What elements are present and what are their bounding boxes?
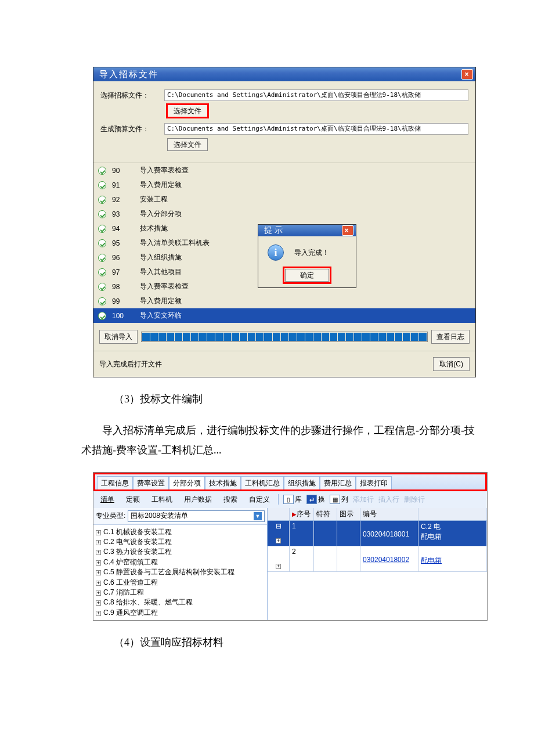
- check-icon: [98, 196, 106, 204]
- view-log-button[interactable]: 查看日志: [431, 330, 470, 344]
- paragraph-text: 导入招标清单完成后，进行编制投标文件的步骤进行操作，工程信息-分部分项-技术措施…: [81, 420, 476, 460]
- column-icon[interactable]: ▦: [330, 495, 340, 504]
- item-name-link[interactable]: 配电箱: [421, 556, 442, 564]
- progress-bar: [141, 332, 428, 342]
- grid-row[interactable]: + 2 030204018002 配电箱: [268, 546, 487, 572]
- main-tabs: 工程信息 费率设置 分部分项 技术措施 工料机汇总 组织措施 费用汇总 报表打印: [93, 473, 487, 491]
- lib-icon[interactable]: ▯: [283, 495, 294, 504]
- item-number-link[interactable]: 030204018002: [363, 556, 409, 564]
- category-tree[interactable]: +C.1 机械设备安装工程 +C.2 电气设备安装工程 +C.3 热力设备安装工…: [93, 525, 267, 621]
- choose-file-button-1[interactable]: 选择文件: [167, 105, 208, 117]
- tip-ok-button[interactable]: 确定: [285, 269, 329, 282]
- expand-icon[interactable]: +: [96, 560, 101, 566]
- tip-titlebar[interactable]: 提示 ×: [258, 225, 356, 236]
- tab-tech-measure[interactable]: 技术措施: [205, 476, 241, 490]
- grid-header: ▶序号 特符 图示 编号: [268, 508, 487, 521]
- import-dialog: 导入招标文件 × 选择招标文件： C:\Documents and Settin…: [93, 67, 476, 377]
- expand-icon[interactable]: +: [96, 611, 101, 616]
- grid-row-selected[interactable]: ⊟+ 1 030204018001 C.2 电配电箱: [268, 521, 487, 546]
- check-icon: [98, 297, 106, 305]
- tab-rate-setting[interactable]: 费率设置: [133, 476, 169, 490]
- check-icon: [98, 239, 106, 247]
- tip-message: 导入完成！: [294, 248, 329, 258]
- check-icon: [98, 210, 106, 218]
- dialog-titlebar[interactable]: 导入招标文件 ×: [93, 67, 475, 81]
- close-icon[interactable]: ×: [461, 69, 473, 80]
- expand-icon[interactable]: +: [96, 600, 101, 606]
- check-icon: [98, 283, 106, 291]
- check-icon: [98, 254, 106, 262]
- type-select[interactable]: 国标2008安装清单 ▼: [128, 510, 265, 522]
- expand-icon[interactable]: +: [96, 530, 101, 535]
- gen-file-label: 生成预算文件：: [100, 124, 164, 134]
- info-icon: i: [268, 244, 284, 261]
- expand-icon[interactable]: +: [276, 538, 281, 543]
- expand-icon[interactable]: +: [96, 570, 101, 575]
- expand-icon[interactable]: +: [96, 550, 101, 555]
- type-label: 专业类型:: [96, 511, 125, 521]
- subtab-userdata[interactable]: 用户数据: [181, 494, 215, 506]
- tip-close-icon[interactable]: ×: [342, 225, 353, 236]
- cancel-import-button[interactable]: 取消导入: [99, 330, 138, 344]
- section-heading-3: （3）投标文件编制: [93, 389, 464, 409]
- select-file-path[interactable]: C:\Documents and Settings\Administrator\…: [164, 89, 468, 101]
- choose-file-button-2[interactable]: 选择文件: [167, 138, 208, 151]
- section-heading-4: （4）设置响应招标材料: [93, 632, 464, 652]
- swap-icon[interactable]: ⇄: [306, 495, 317, 504]
- check-icon: [98, 167, 106, 175]
- divider: [278, 494, 279, 505]
- expand-icon[interactable]: +: [96, 591, 101, 596]
- chevron-down-icon[interactable]: ▼: [254, 512, 262, 520]
- subtab-search[interactable]: 搜索: [220, 494, 241, 506]
- check-icon: [98, 312, 106, 320]
- check-icon: [98, 181, 106, 189]
- expand-icon[interactable]: +: [276, 564, 281, 569]
- open-after-label: 导入完成后打开文件: [99, 359, 162, 369]
- expand-icon[interactable]: +: [96, 581, 101, 586]
- subtab-quota[interactable]: 定额: [122, 494, 143, 506]
- log-row-selected[interactable]: 100导入安文环临: [93, 308, 475, 323]
- check-icon: [98, 225, 106, 233]
- check-icon: [98, 268, 106, 276]
- dialog-title: 导入招标文件: [99, 69, 461, 80]
- select-file-label: 选择招标文件：: [100, 91, 164, 100]
- tab-project-info[interactable]: 工程信息: [97, 476, 133, 490]
- arrow-icon: ▶: [292, 511, 297, 517]
- expand-icon[interactable]: +: [96, 540, 101, 545]
- subtab-material[interactable]: 工料机: [148, 494, 176, 506]
- tab-fee-summary[interactable]: 费用汇总: [320, 476, 356, 490]
- cancel-button[interactable]: 取消(C): [433, 357, 470, 371]
- tab-org-measure[interactable]: 组织措施: [284, 476, 320, 490]
- subtab-custom[interactable]: 自定义: [246, 494, 273, 506]
- tab-subitem[interactable]: 分部分项: [169, 476, 205, 490]
- gen-file-path[interactable]: C:\Documents and Settings\Administrator\…: [164, 123, 468, 135]
- tip-dialog: 提示 × i 导入完成！ 确定: [258, 224, 356, 288]
- type-select-value: 国标2008安装清单: [131, 511, 188, 521]
- insert-row-button[interactable]: 插入行: [378, 495, 399, 505]
- tab-report-print[interactable]: 报表打印: [356, 476, 392, 490]
- tip-title-text: 提示: [264, 225, 342, 236]
- subtab-list[interactable]: 清单: [97, 494, 118, 506]
- delete-row-button[interactable]: 删除行: [404, 495, 425, 505]
- editor-screenshot: 工程信息 费率设置 分部分项 技术措施 工料机汇总 组织措施 费用汇总 报表打印…: [93, 472, 488, 621]
- tab-material-summary[interactable]: 工料机汇总: [241, 476, 284, 490]
- add-row-button[interactable]: 添加行: [353, 495, 374, 505]
